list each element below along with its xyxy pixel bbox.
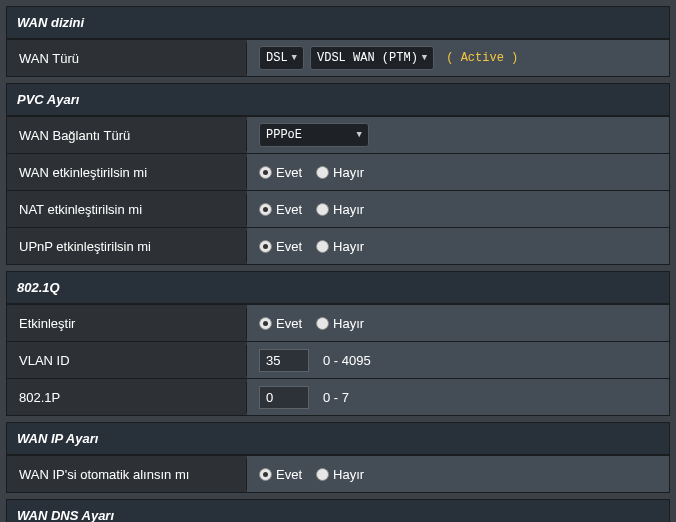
conn-type-value: PPPoE ▼: [247, 117, 669, 153]
dot1p-row: 802.1P 0 - 7: [7, 378, 669, 415]
wan-enable-value: EvetHayır: [247, 154, 669, 190]
radio-option-no[interactable]: Hayır: [316, 467, 364, 482]
wan-type-label: WAN Türü: [7, 43, 247, 74]
dot1q-enable-label: Etkinleştir: [7, 308, 247, 339]
radio-option-yes[interactable]: Evet: [259, 239, 302, 254]
chevron-down-icon: ▼: [422, 53, 427, 63]
wan-type-select-1[interactable]: DSL ▼: [259, 46, 304, 70]
wan-ip-auto-radio-group: EvetHayır: [259, 467, 364, 482]
wan-dns-section: WAN DNS Ayarı DNS Sunucusuna otomatik ba…: [6, 499, 670, 522]
radio-option-yes[interactable]: Evet: [259, 202, 302, 217]
conn-type-label: WAN Bağlantı Türü: [7, 120, 247, 151]
dot1p-label: 802.1P: [7, 382, 247, 413]
radio-dot-icon: [259, 166, 272, 179]
wan-ip-section: WAN IP Ayarı WAN IP'si otomatik alınsın …: [6, 422, 670, 493]
wan-ip-title: WAN IP Ayarı: [7, 423, 669, 455]
dot1q-enable-value: EvetHayır: [247, 305, 669, 341]
radio-label: Evet: [276, 165, 302, 180]
wan-type-row: WAN Türü DSL ▼ VDSL WAN (PTM) ▼ ( Active…: [7, 39, 669, 76]
radio-dot-icon: [316, 317, 329, 330]
vlan-id-row: VLAN ID 0 - 4095: [7, 341, 669, 378]
radio-dot-icon: [259, 240, 272, 253]
radio-label: Hayır: [333, 239, 364, 254]
wan-enable-radio-group: EvetHayır: [259, 165, 364, 180]
radio-dot-icon: [259, 468, 272, 481]
nat-enable-row: NAT etkinleştirilsin mi EvetHayır: [7, 190, 669, 227]
radio-dot-icon: [316, 166, 329, 179]
radio-dot-icon: [259, 203, 272, 216]
dot1p-range: 0 - 7: [323, 390, 349, 405]
upnp-enable-label: UPnP etkinleştirilsin mi: [7, 231, 247, 262]
vlan-id-value: 0 - 4095: [247, 342, 669, 378]
dot1q-title: 802.1Q: [7, 272, 669, 304]
radio-option-yes[interactable]: Evet: [259, 467, 302, 482]
conn-type-select[interactable]: PPPoE ▼: [259, 123, 369, 147]
radio-label: Hayır: [333, 165, 364, 180]
radio-dot-icon: [316, 240, 329, 253]
dot1p-value: 0 - 7: [247, 379, 669, 415]
wan-index-title: WAN dizini: [7, 7, 669, 39]
conn-type-select-text: PPPoE: [266, 128, 302, 142]
radio-option-yes[interactable]: Evet: [259, 316, 302, 331]
pvc-title: PVC Ayarı: [7, 84, 669, 116]
wan-enable-label: WAN etkinleştirilsin mi: [7, 157, 247, 188]
wan-active-tag: ( Active ): [446, 51, 518, 65]
upnp-enable-row: UPnP etkinleştirilsin mi EvetHayır: [7, 227, 669, 264]
pvc-section: PVC Ayarı WAN Bağlantı Türü PPPoE ▼ WAN …: [6, 83, 670, 265]
radio-option-no[interactable]: Hayır: [316, 202, 364, 217]
radio-option-no[interactable]: Hayır: [316, 316, 364, 331]
nat-enable-value: EvetHayır: [247, 191, 669, 227]
radio-dot-icon: [259, 317, 272, 330]
radio-option-no[interactable]: Hayır: [316, 165, 364, 180]
vlan-id-input[interactable]: [259, 349, 309, 372]
wan-index-section: WAN dizini WAN Türü DSL ▼ VDSL WAN (PTM)…: [6, 6, 670, 77]
vlan-id-label: VLAN ID: [7, 345, 247, 376]
wan-dns-title: WAN DNS Ayarı: [7, 500, 669, 522]
nat-enable-label: NAT etkinleştirilsin mi: [7, 194, 247, 225]
radio-label: Hayır: [333, 467, 364, 482]
radio-dot-icon: [316, 468, 329, 481]
chevron-down-icon: ▼: [357, 130, 362, 140]
dot1q-section: 802.1Q Etkinleştir EvetHayır VLAN ID 0 -…: [6, 271, 670, 416]
conn-type-row: WAN Bağlantı Türü PPPoE ▼: [7, 116, 669, 153]
wan-type-value: DSL ▼ VDSL WAN (PTM) ▼ ( Active ): [247, 40, 669, 76]
wan-enable-row: WAN etkinleştirilsin mi EvetHayır: [7, 153, 669, 190]
dot1q-enable-row: Etkinleştir EvetHayır: [7, 304, 669, 341]
radio-label: Evet: [276, 202, 302, 217]
wan-type-select-2[interactable]: VDSL WAN (PTM) ▼: [310, 46, 434, 70]
radio-label: Evet: [276, 467, 302, 482]
radio-label: Hayır: [333, 316, 364, 331]
radio-option-yes[interactable]: Evet: [259, 165, 302, 180]
upnp-enable-radio-group: EvetHayır: [259, 239, 364, 254]
upnp-enable-value: EvetHayır: [247, 228, 669, 264]
wan-ip-auto-value: EvetHayır: [247, 456, 669, 492]
radio-label: Evet: [276, 239, 302, 254]
vlan-id-range: 0 - 4095: [323, 353, 371, 368]
radio-option-no[interactable]: Hayır: [316, 239, 364, 254]
chevron-down-icon: ▼: [292, 53, 297, 63]
radio-label: Hayır: [333, 202, 364, 217]
radio-dot-icon: [316, 203, 329, 216]
wan-type-select-2-text: VDSL WAN (PTM): [317, 51, 418, 65]
dot1p-input[interactable]: [259, 386, 309, 409]
nat-enable-radio-group: EvetHayır: [259, 202, 364, 217]
radio-label: Evet: [276, 316, 302, 331]
wan-ip-auto-row: WAN IP'si otomatik alınsın mı EvetHayır: [7, 455, 669, 492]
wan-type-select-1-text: DSL: [266, 51, 288, 65]
dot1q-enable-radio-group: EvetHayır: [259, 316, 364, 331]
wan-ip-auto-label: WAN IP'si otomatik alınsın mı: [7, 459, 247, 490]
